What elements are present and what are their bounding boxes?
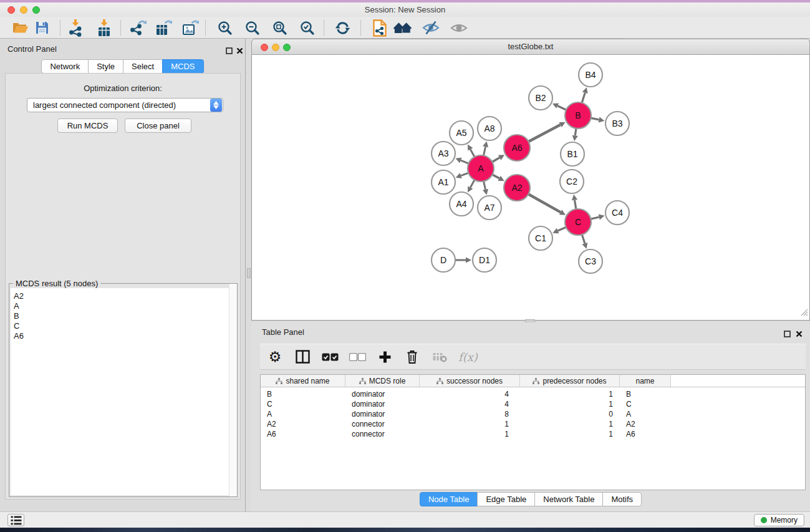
function-builder-icon[interactable]: f(x) <box>458 347 478 366</box>
zoom-out-icon[interactable] <box>243 19 262 37</box>
close-table-panel-icon[interactable] <box>796 329 803 340</box>
graph-node-B2[interactable]: B2 <box>529 86 552 110</box>
graph-node-B[interactable]: B <box>565 102 591 128</box>
table-columns-icon[interactable] <box>294 347 311 366</box>
close-panel-icon[interactable] <box>236 46 243 57</box>
mcds-result-item[interactable]: A6 <box>11 331 236 341</box>
table-cell: 8 <box>420 410 520 418</box>
graph-edge-A6-B[interactable] <box>528 125 561 142</box>
edge-arrowhead-icon <box>572 195 577 201</box>
tab-mcds[interactable]: MCDS <box>162 59 203 74</box>
float-panel-icon[interactable] <box>226 46 233 57</box>
float-table-panel-icon[interactable] <box>784 329 791 340</box>
column-header-successor-nodes[interactable]: successor nodes <box>420 375 520 387</box>
graph-node-C4[interactable]: C4 <box>605 201 629 225</box>
table-settings-gear-icon[interactable]: ⚙ <box>266 347 284 366</box>
result-scrollbar[interactable] <box>229 284 237 496</box>
export-network-icon[interactable] <box>128 19 147 37</box>
toolbar-separator <box>360 20 361 36</box>
mcds-result-item[interactable]: A <box>11 301 236 311</box>
graph-node-A5[interactable]: A5 <box>450 121 473 145</box>
refresh-icon[interactable] <box>333 19 352 37</box>
import-table-icon[interactable] <box>95 19 113 37</box>
network-zoom-traffic-light[interactable] <box>283 44 291 51</box>
graph-node-C2[interactable]: C2 <box>560 170 584 193</box>
column-header-MCDS-role[interactable]: MCDS role <box>345 375 420 387</box>
task-history-button[interactable] <box>7 514 24 526</box>
table-row[interactable]: Adominator80A <box>261 409 805 419</box>
add-column-plus-icon[interactable] <box>376 347 393 366</box>
graph-node-D[interactable]: D <box>432 248 455 272</box>
delete-column-trash-icon[interactable] <box>403 347 421 366</box>
graph-node-C3[interactable]: C3 <box>579 249 602 273</box>
criterion-selected-value: largest connected component (directed) <box>27 100 210 110</box>
close-panel-button[interactable]: Close panel <box>125 118 191 133</box>
graph-node-C[interactable]: C <box>565 209 591 235</box>
close-traffic-light[interactable] <box>7 6 15 14</box>
tab-node-table[interactable]: Node Table <box>420 492 478 506</box>
tab-select[interactable]: Select <box>123 59 163 74</box>
graph-node-A3[interactable]: A3 <box>432 142 455 165</box>
mcds-result-item[interactable]: C <box>11 321 236 331</box>
tab-network-table[interactable]: Network Table <box>534 492 603 506</box>
tab-style[interactable]: Style <box>88 59 123 74</box>
table-row[interactable]: Bdominator41B <box>261 389 805 399</box>
graph-node-B3[interactable]: B3 <box>605 112 629 135</box>
mcds-result-item[interactable]: A2 <box>11 288 236 301</box>
table-header-row: shared nameMCDS rolesuccessor nodesprede… <box>261 375 805 387</box>
zoom-fit-icon[interactable] <box>271 19 289 37</box>
graph-edge-A2-C[interactable] <box>528 193 561 212</box>
column-header-name[interactable]: name <box>620 375 671 387</box>
minimize-traffic-light[interactable] <box>20 6 27 14</box>
network-close-traffic-light[interactable] <box>261 44 268 51</box>
tab-motifs[interactable]: Motifs <box>602 492 642 506</box>
unselect-all-columns-icon[interactable] <box>349 347 366 366</box>
table-cell: dominator <box>345 390 420 399</box>
memory-button[interactable]: Memory <box>754 514 804 526</box>
graph-node-A1[interactable]: A1 <box>432 170 455 194</box>
column-header-shared-name[interactable]: shared name <box>261 375 345 387</box>
run-mcds-button[interactable]: Run MCDS <box>57 118 118 133</box>
zoom-in-icon[interactable] <box>216 19 234 37</box>
select-all-columns-icon[interactable] <box>321 347 339 366</box>
show-panels-eye-icon[interactable] <box>450 19 468 37</box>
column-header-predecessor-nodes[interactable]: predecessor nodes <box>520 375 620 387</box>
import-network-icon[interactable] <box>66 19 85 37</box>
table-row[interactable]: A6connector11A6 <box>261 429 805 439</box>
graph-node-B4[interactable]: B4 <box>579 63 602 87</box>
tab-edge-table[interactable]: Edge Table <box>477 492 535 506</box>
graph-node-A[interactable]: A <box>468 155 494 181</box>
optimization-criterion-select[interactable]: largest connected component (directed) <box>27 98 223 112</box>
table-row[interactable]: Cdominator41C <box>261 399 805 409</box>
zoom-traffic-light[interactable] <box>32 6 40 14</box>
tab-network[interactable]: Network <box>41 59 89 74</box>
graph-node-A7[interactable]: A7 <box>478 196 501 220</box>
resize-grip-icon[interactable] <box>800 307 808 319</box>
graph-node-A4[interactable]: A4 <box>450 192 473 216</box>
zoom-selected-icon[interactable] <box>298 19 317 37</box>
network-window-titlebar[interactable]: testGlobe.txt <box>251 39 810 55</box>
table-row[interactable]: A2connector11A2 <box>261 419 805 429</box>
vertical-splitter-handle[interactable] <box>247 268 251 278</box>
mcds-result-item[interactable]: B <box>11 311 236 321</box>
export-table-icon[interactable] <box>154 19 173 37</box>
save-session-icon[interactable] <box>32 19 51 37</box>
graph-node-B1[interactable]: B1 <box>561 142 584 166</box>
graph-node-A2[interactable]: A2 <box>504 175 530 201</box>
graph-node-D1[interactable]: D1 <box>473 248 496 272</box>
graph-node-C1[interactable]: C1 <box>529 226 552 250</box>
graph-node-A6[interactable]: A6 <box>504 135 530 161</box>
network-overview-icon[interactable] <box>393 19 412 37</box>
network-canvas[interactable]: AA1A2A3A4A5A6A7A8BB1B2B3B4CC1C2C3C4DD1 <box>251 55 810 321</box>
svg-text:B3: B3 <box>612 118 622 128</box>
hide-panels-eye-slash-icon[interactable] <box>422 19 440 37</box>
open-session-file-icon[interactable] <box>370 19 389 37</box>
open-file-icon[interactable] <box>11 19 30 37</box>
main-toolbar <box>0 17 810 39</box>
edge-arrowhead-icon <box>483 189 488 195</box>
main-titlebar: Session: New Session <box>0 2 810 17</box>
delete-table-icon[interactable] <box>431 347 448 366</box>
graph-node-A8[interactable]: A8 <box>478 117 501 140</box>
export-image-icon[interactable] <box>181 19 200 37</box>
network-minimize-traffic-light[interactable] <box>272 44 279 51</box>
